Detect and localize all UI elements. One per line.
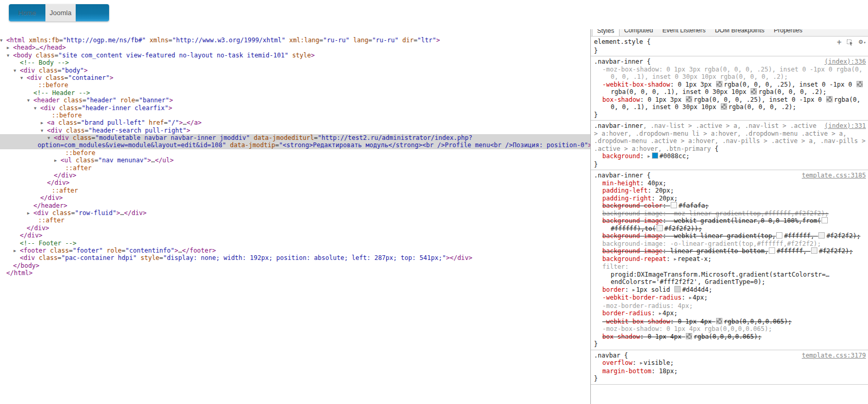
dom-tree-node[interactable]: ▶<a class="brand pull-left" href="/">…</… xyxy=(0,119,590,126)
toggle-element-state-icon[interactable] xyxy=(847,39,853,46)
new-style-rule-icon[interactable]: + xyxy=(837,39,841,45)
css-property[interactable]: border: ▶1px solid #d4d4d4; xyxy=(594,286,866,294)
css-property[interactable]: background: ▶#0088cc; xyxy=(594,152,866,161)
css-property[interactable]: min-height: 40px; xyxy=(594,180,866,187)
dom-tree-node[interactable]: </div> xyxy=(0,194,590,201)
css-property[interactable]: background-image: -moz-linear-gradient(t… xyxy=(594,210,866,218)
expand-value-icon[interactable]: ▶ xyxy=(648,153,650,161)
dom-tree-node[interactable]: ▼<html xmlns:fb="http://ogp.me/ns/fb#" x… xyxy=(0,37,590,44)
css-property[interactable]: padding-left: 20px; xyxy=(594,187,866,195)
css-property[interactable]: padding-right: 20px; xyxy=(594,195,866,203)
color-swatch[interactable] xyxy=(769,247,775,254)
stylesheet-source-link[interactable]: (index):336 xyxy=(825,58,866,66)
dom-tree-node[interactable]: </html> xyxy=(0,269,590,277)
disclosure-arrow-icon[interactable]: ▶ xyxy=(41,120,47,127)
css-property[interactable]: background-color: #fafafa; xyxy=(594,202,866,210)
color-swatch[interactable] xyxy=(822,217,828,223)
dom-tree-node[interactable]: ▼<div class="container"> xyxy=(0,74,590,81)
dom-tree-node[interactable]: ▼<div class="header-inner clearfix"> xyxy=(0,104,590,112)
disclosure-arrow-icon[interactable]: ▶ xyxy=(54,157,61,164)
css-property[interactable]: background-repeat: ▶repeat-x; xyxy=(594,255,866,264)
color-swatch[interactable] xyxy=(686,333,692,339)
dom-tree-node[interactable]: ▼<div class="body"> xyxy=(0,67,590,74)
settings-gear-icon[interactable]: ⚙▾ xyxy=(859,38,866,47)
css-property[interactable]: overflow: ▶visible; xyxy=(594,359,866,367)
color-swatch[interactable] xyxy=(857,81,863,87)
disclosure-arrow-icon[interactable]: ▼ xyxy=(41,127,47,135)
color-swatch[interactable] xyxy=(811,247,817,254)
dom-tree-node[interactable]: </div> xyxy=(0,172,590,179)
css-property[interactable]: margin-bottom: 18px; xyxy=(594,367,866,375)
dom-tree-node[interactable]: ▼<header class="header" role="banner"> xyxy=(0,97,590,104)
dom-tree-node[interactable]: ▼<div class="moduletable navbar navbar-i… xyxy=(0,134,590,141)
dom-tree-node[interactable]: ▼<body class="site com_content view-feat… xyxy=(0,52,590,59)
tab-computed[interactable]: Computed xyxy=(620,29,658,36)
dom-tree-node[interactable]: ::after xyxy=(0,187,590,194)
css-property[interactable]: box-shadow: 0 1px 3px rgba(0, 0, 0, .25)… xyxy=(594,96,866,111)
disclosure-arrow-icon[interactable]: ▶ xyxy=(14,247,20,255)
disclosure-arrow-icon[interactable]: ▼ xyxy=(0,37,6,44)
expand-value-icon[interactable]: ▶ xyxy=(659,310,661,318)
dom-tree-node[interactable]: ::before xyxy=(0,149,590,157)
dom-tree-node[interactable]: ▼<div class="header-search pull-right"> xyxy=(0,127,590,134)
tab-dom-breakpoints[interactable]: DOM Breakpoints xyxy=(710,29,769,36)
css-property[interactable]: -moz-box-shadow: 0 1px 3px rgba(0, 0, 0,… xyxy=(594,66,866,81)
color-swatch[interactable] xyxy=(671,202,677,208)
color-swatch[interactable] xyxy=(818,232,825,239)
dom-tree-node[interactable]: <!-- Footer --> xyxy=(0,240,590,247)
disclosure-arrow-icon[interactable]: ▼ xyxy=(27,97,33,104)
stylesheet-source-link[interactable]: (index):331 xyxy=(825,122,866,130)
css-property[interactable]: background-image: -webkit-gradient(linea… xyxy=(594,217,866,232)
tab-styles[interactable]: Styles xyxy=(592,29,620,37)
dom-tree-node[interactable]: </div> xyxy=(0,232,590,239)
dom-tree-node[interactable]: ▶<ul class="nav menunav">…</ul> xyxy=(0,157,590,164)
color-swatch[interactable] xyxy=(652,152,658,159)
expand-value-icon[interactable]: ▶ xyxy=(633,287,635,294)
dom-tree-node[interactable]: </body> xyxy=(0,262,590,269)
dom-tree-node[interactable]: </div> xyxy=(0,224,590,232)
dom-tree-node[interactable]: <!-- Body --> xyxy=(0,59,590,66)
dom-tree-node[interactable]: <div class="pac-container hdpi" style="d… xyxy=(0,254,590,262)
expand-value-icon[interactable]: ▶ xyxy=(689,294,692,302)
color-swatch[interactable] xyxy=(776,232,782,239)
color-swatch[interactable] xyxy=(721,103,727,110)
color-swatch[interactable] xyxy=(716,318,722,324)
css-property[interactable]: -moz-border-radius: 4px; xyxy=(594,302,866,310)
stylesheet-source-link[interactable]: template.css:3179 xyxy=(802,352,866,360)
color-swatch[interactable] xyxy=(686,96,692,102)
dom-tree-node[interactable]: </header> xyxy=(0,202,590,209)
disclosure-arrow-icon[interactable]: ▶ xyxy=(7,44,13,52)
color-swatch[interactable] xyxy=(657,225,663,231)
tab-event-listeners[interactable]: Event Listeners xyxy=(658,29,710,36)
expand-value-icon[interactable]: ▶ xyxy=(674,256,676,264)
nav-item-home[interactable]: Home xyxy=(9,4,45,21)
css-property[interactable]: background-image: -o-linear-gradient(top… xyxy=(594,240,866,248)
dom-tree-node[interactable]: ::after xyxy=(0,217,590,224)
css-property[interactable]: -webkit-box-shadow: 0 1px 3px rgba(0, 0,… xyxy=(594,81,866,96)
color-swatch[interactable] xyxy=(751,88,757,94)
dom-tree-node[interactable]: <!-- Header --> xyxy=(0,89,590,97)
css-property[interactable]: box-shadow: 0 1px 4px rgba(0,0,0,0.065); xyxy=(594,333,866,341)
tab-properties[interactable]: Properties xyxy=(769,29,807,36)
dom-tree-node[interactable]: ::before xyxy=(0,112,590,119)
dom-tree-node[interactable]: ::before xyxy=(0,81,590,89)
disclosure-arrow-icon[interactable]: ▼ xyxy=(7,52,13,60)
color-swatch[interactable] xyxy=(674,286,681,292)
dom-tree-node[interactable]: </div> xyxy=(0,179,590,186)
css-property[interactable]: -moz-box-shadow: 0 1px 4px rgba(0,0,0,0.… xyxy=(594,325,866,333)
dom-tree-node[interactable]: ▶<div class="row-fluid">…</div> xyxy=(0,209,590,217)
nav-item-joomla[interactable]: Joomla xyxy=(45,4,76,21)
disclosure-arrow-icon[interactable]: ▼ xyxy=(14,67,20,75)
css-property[interactable]: filter: xyxy=(594,263,866,271)
dom-tree-node[interactable]: ▶<footer class="footer" role="contentinf… xyxy=(0,247,590,254)
disclosure-arrow-icon[interactable]: ▼ xyxy=(20,75,27,82)
dom-tree-node[interactable]: ::after xyxy=(0,164,590,172)
css-property[interactable]: -webkit-box-shadow: 0 1px 4px rgba(0,0,0… xyxy=(594,318,866,326)
dom-tree-node[interactable]: ▶<head>…</head> xyxy=(0,44,590,51)
expand-value-icon[interactable]: ▶ xyxy=(640,360,643,367)
disclosure-arrow-icon[interactable]: ▼ xyxy=(34,105,40,112)
disclosure-arrow-icon[interactable]: ▼ xyxy=(47,135,54,142)
css-property[interactable]: background-image: -webkit-linear-gradien… xyxy=(594,232,866,240)
color-swatch[interactable] xyxy=(826,96,833,102)
dom-tree-node[interactable]: option=com_modules&view=module&layout=ed… xyxy=(0,141,590,149)
